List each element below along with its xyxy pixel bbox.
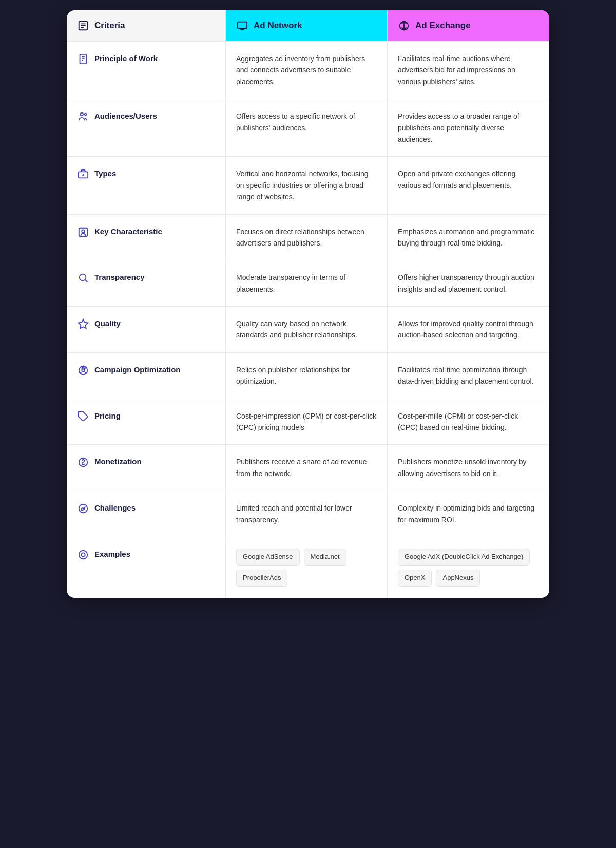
svg-point-20 [80, 274, 86, 281]
svg-rect-4 [238, 22, 247, 29]
example-google-adx: Google AdX (DoubleClick Ad Exchange) [398, 549, 530, 566]
pricing-exchange: Cost-per-mille (CPM) or cost-per-click (… [388, 399, 549, 445]
header-criteria: Criteria [67, 10, 226, 41]
row-principle: Principle of Work Aggregates ad inventor… [67, 41, 549, 99]
quality-icon [77, 318, 89, 330]
criteria-challenges: Challenges [67, 491, 226, 537]
svg-point-30 [81, 553, 85, 556]
monetization-icon [77, 456, 89, 468]
svg-point-28 [83, 508, 84, 509]
pricing-icon [77, 410, 89, 423]
examples-label: Examples [94, 549, 130, 558]
examples-icon [77, 549, 89, 561]
audiences-icon [77, 110, 89, 123]
pricing-label: Pricing [94, 410, 121, 420]
svg-point-14 [85, 114, 87, 116]
monetization-exchange: Publishers monetize unsold inventory by … [388, 445, 549, 491]
challenges-label: Challenges [94, 502, 136, 512]
row-examples: Examples Google AdSense Media.net Propel… [67, 537, 549, 598]
network-icon [236, 20, 248, 32]
challenges-exchange: Complexity in optimizing bids and target… [388, 491, 549, 537]
criteria-label: Criteria [94, 21, 125, 31]
transparency-network: Moderate transparency in terms of placem… [226, 260, 388, 306]
row-monetization: Monetization Publishers receive a share … [67, 444, 549, 491]
audiences-network: Offers access to a specific network of p… [226, 99, 388, 156]
row-audiences: Audiences/Users Offers access to a speci… [67, 99, 549, 156]
challenges-network: Limited reach and potential for lower tr… [226, 491, 388, 537]
types-label: Types [94, 168, 116, 178]
transparency-label: Transparency [94, 272, 145, 281]
example-openx: OpenX [398, 570, 432, 587]
criteria-icon [77, 20, 89, 32]
monetization-network: Publishers receive a share of ad revenue… [226, 445, 388, 491]
transparency-icon [77, 272, 89, 284]
principle-icon [77, 53, 89, 65]
example-appnexus: AppNexus [436, 570, 480, 587]
campaign-optimization-icon [77, 364, 89, 376]
row-key-characteristic: Key Characteristic Focuses on direct rel… [67, 214, 549, 260]
svg-marker-22 [79, 319, 88, 328]
principle-network: Aggregates ad inventory from publishers … [226, 42, 388, 99]
criteria-monetization: Monetization [67, 445, 226, 491]
key-characteristic-exchange: Emphasizes automation and programmatic b… [388, 215, 549, 260]
campaign-optimization-exchange: Facilitates real-time optimization throu… [388, 353, 549, 399]
svg-line-21 [85, 280, 87, 282]
criteria-audiences: Audiences/Users [67, 99, 226, 156]
quality-label: Quality [94, 318, 121, 328]
row-transparency: Transparency Moderate transparency in te… [67, 260, 549, 306]
types-exchange: Open and private exchanges offering vari… [388, 157, 549, 214]
header-network: Ad Network [226, 10, 388, 41]
criteria-quality: Quality [67, 307, 226, 352]
network-examples-grid: Google AdSense Media.net PropellerAds [236, 549, 377, 587]
svg-point-24 [79, 366, 88, 375]
criteria-key-characteristic: Key Characteristic [67, 215, 226, 260]
types-icon [77, 168, 89, 180]
header-exchange: Ad Exchange [388, 10, 549, 41]
exchange-examples-grid: Google AdX (DoubleClick Ad Exchange) Ope… [398, 549, 539, 587]
examples-exchange: Google AdX (DoubleClick Ad Exchange) Ope… [388, 537, 549, 598]
quality-network: Quality can vary based on network standa… [226, 307, 388, 352]
transparency-exchange: Offers higher transparency through aucti… [388, 260, 549, 306]
criteria-transparency: Transparency [67, 260, 226, 306]
comparison-table: Criteria Ad Network Ad Exch [67, 10, 549, 598]
exchange-label: Ad Exchange [415, 21, 471, 31]
key-characteristic-network: Focuses on direct relationships between … [226, 215, 388, 260]
example-media-net: Media.net [304, 549, 346, 566]
exchange-icon [398, 20, 410, 32]
table-header: Criteria Ad Network Ad Exch [67, 10, 549, 41]
monetization-label: Monetization [94, 456, 142, 466]
row-types: Types Vertical and horizontal networks, … [67, 156, 549, 214]
criteria-campaign-optimization: Campaign Optimization [67, 353, 226, 399]
examples-network: Google AdSense Media.net PropellerAds [226, 537, 388, 598]
principle-label: Principle of Work [94, 53, 158, 63]
criteria-principle: Principle of Work [67, 42, 226, 99]
principle-exchange: Facilitates real-time auctions where adv… [388, 42, 549, 99]
row-campaign-optimization: Campaign Optimization Relies on publishe… [67, 352, 549, 399]
campaign-optimization-label: Campaign Optimization [94, 364, 181, 374]
row-pricing: Pricing Cost-per-impression (CPM) or cos… [67, 399, 549, 445]
row-challenges: Challenges Limited reach and potential f… [67, 491, 549, 537]
svg-point-23 [82, 369, 85, 372]
types-network: Vertical and horizontal networks, focusi… [226, 157, 388, 214]
key-characteristic-label: Key Characteristic [94, 226, 162, 236]
criteria-examples: Examples [67, 537, 226, 598]
challenges-icon [77, 502, 89, 515]
quality-exchange: Allows for improved quality control thro… [388, 307, 549, 352]
network-label: Ad Network [254, 21, 302, 31]
svg-point-13 [81, 113, 84, 116]
criteria-pricing: Pricing [67, 399, 226, 445]
audiences-exchange: Provides access to a broader range of pu… [388, 99, 549, 156]
pricing-network: Cost-per-impression (CPM) or cost-per-cl… [226, 399, 388, 445]
row-quality: Quality Quality can vary based on networ… [67, 306, 549, 352]
svg-point-19 [82, 230, 85, 233]
criteria-types: Types [67, 157, 226, 214]
example-propellerads: PropellerAds [236, 570, 287, 587]
campaign-optimization-network: Relies on publisher relationships for op… [226, 353, 388, 399]
example-google-adsense: Google AdSense [236, 549, 300, 566]
audiences-label: Audiences/Users [94, 110, 157, 120]
key-characteristic-icon [77, 226, 89, 238]
svg-point-29 [79, 551, 88, 559]
